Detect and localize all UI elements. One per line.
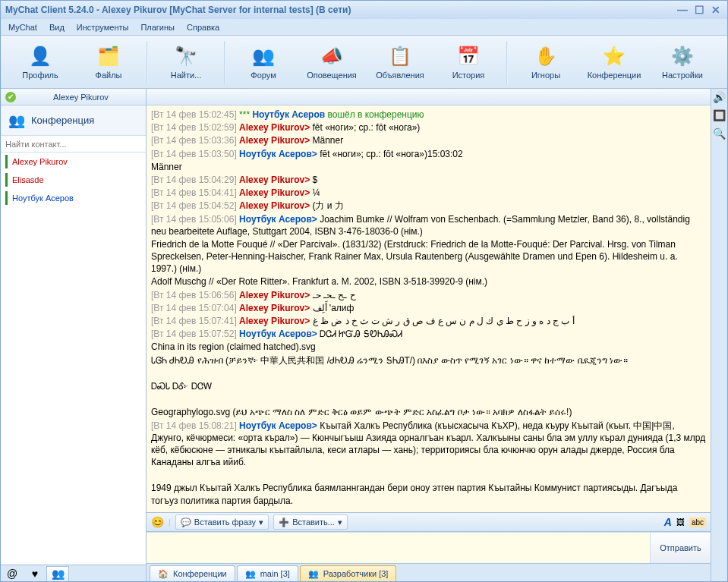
log-line: Adolf Muschg // «Der Rote Ritter». Frank… — [151, 275, 706, 288]
people-icon: 👥 — [245, 569, 256, 579]
log-line: [Вт 14 фев 15:07:52] Ноутбук Асеров> ᎠᏣᏗ… — [151, 328, 706, 340]
toolbar-find[interactable]: 🔭Найти... — [153, 39, 219, 86]
section-conference[interactable]: 👥 Конференция — [1, 105, 146, 136]
profile-icon: 👤 — [28, 44, 52, 68]
history-icon: 📅 — [456, 44, 481, 68]
menubar: MyChat Вид Инструменты Плагины Справка — [1, 19, 727, 36]
status-bar-icon — [5, 173, 8, 187]
contact-item[interactable]: Alexey Pikurov — [1, 153, 146, 171]
emoji-button[interactable]: 😊 — [151, 516, 164, 528]
font-button[interactable]: A — [664, 516, 672, 528]
log-line: [Вт 14 фев 15:03:36] Alexey Pikurov> Män… — [151, 134, 706, 146]
status-bar-icon — [5, 191, 8, 205]
log-line: Friedrich de la Motte Fouqué // «Der Par… — [151, 238, 706, 275]
toolbar-profile[interactable]: 👤Профиль — [7, 39, 74, 86]
contact-item[interactable]: Ноутбук Асеров — [1, 189, 146, 207]
search-icon[interactable]: 🔍 — [713, 127, 726, 140]
menu-item[interactable]: Плагины — [136, 21, 179, 33]
toolbar-settings[interactable]: ⚙️Настройки — [649, 39, 716, 86]
status-bar-icon — [5, 155, 8, 168]
ignore-icon: ✋ — [534, 44, 558, 68]
log-line: [Вт 14 фев 15:04:41] Alexey Pikurov> ¼ — [151, 187, 706, 199]
chat-tab[interactable]: 👥Разработчики [3] — [300, 565, 397, 581]
log-line — [151, 393, 706, 405]
log-line: [Вт 14 фев 15:07:04] Alexey Pikurov> أَل… — [151, 302, 706, 314]
tab-at[interactable]: @ — [1, 566, 24, 581]
log-line: [Вт 14 фев 15:08:21] Ноутбук Асеров> Къы… — [151, 420, 706, 469]
input-row: Отправить — [147, 532, 711, 563]
toolbar-divider — [147, 41, 148, 83]
log-line: [Вт 14 фев 15:02:45] *** Ноутбук Асеров … — [151, 109, 706, 121]
people-icon: 👥 — [8, 112, 25, 129]
log-header — [147, 89, 711, 105]
chat-tab[interactable]: 🏠Конференции — [150, 565, 235, 581]
log-line: Männer — [151, 161, 706, 173]
screen-icon[interactable]: 🔲 — [713, 109, 726, 122]
input-toolbar: 😊 | 💬 Вставить фразу ▾ ➕ Вставить... ▾ A… — [147, 512, 711, 532]
home-icon: 🏠 — [158, 569, 169, 579]
close-button[interactable]: ✕ — [709, 4, 723, 16]
toolbar-divider — [224, 41, 225, 83]
log-line: [Вт 14 фев 15:07:41] Alexey Pikurov> أ ب… — [151, 315, 706, 327]
toolbar-files[interactable]: 🗂️Файлы — [75, 39, 142, 86]
log-line: [Вт 14 фев 15:04:29] Alexey Pikurov> $ — [151, 174, 706, 186]
log-line: China in its region (claimed hatched).sv… — [151, 341, 706, 353]
status-indicator-icon[interactable]: ✔ — [5, 92, 16, 102]
toolbar-ignore[interactable]: ✋Игноры — [512, 39, 579, 86]
log-line: [Вт 14 фев 15:05:06] Ноутбук Асеров> Joa… — [151, 213, 706, 238]
menu-item[interactable]: Справка — [182, 21, 224, 33]
search-input[interactable] — [1, 137, 146, 152]
chat-tab[interactable]: 👥main [3] — [237, 565, 298, 581]
tab-people[interactable]: 👥 — [46, 566, 69, 581]
alerts-icon: 📣 — [320, 44, 344, 68]
files-icon: 🗂️ — [96, 44, 121, 68]
menu-item[interactable]: Вид — [45, 21, 69, 33]
log-line: 1949 джыл Къытай Халкъ Республика баямла… — [151, 482, 706, 506]
toolbar: 👤Профиль 🗂️Файлы 🔭Найти... 👥Форум 📣Опове… — [1, 36, 727, 89]
right-pane: [Вт 14 фев 15:02:45] *** Ноутбук Асеров … — [147, 89, 711, 581]
log-line: ᏓᎶᏂ ᏧᏂᎧᎯ የሕዝብ (ቻይንኛ፦ 中華人民共和国 /ᏧᏂᎧᎯ ሬንሚን … — [151, 354, 706, 367]
log-line — [151, 469, 706, 481]
contact-list: Alexey Pikurov Elisasde Ноутбук Асеров — [1, 153, 146, 565]
announce-icon: 📋 — [388, 44, 412, 68]
window-title: MyChat Client 5.24.0 - Alexey Pikurov [M… — [5, 5, 676, 15]
chat-tabs: 🏠Конференции 👥main [3] 👥Разработчики [3] — [147, 563, 711, 581]
search-row — [1, 136, 146, 153]
insert-button[interactable]: ➕ Вставить... ▾ — [273, 514, 348, 530]
toolbar-conferences[interactable]: ⭐Конференции — [581, 39, 648, 86]
log-line: [Вт 14 фев 15:04:52] Alexey Pikurov> (力 … — [151, 200, 706, 212]
menu-item[interactable]: MyChat — [4, 21, 42, 33]
log-line: [Вт 14 фев 15:02:59] Alexey Pikurov> fēt… — [151, 121, 706, 134]
find-icon: 🔭 — [174, 44, 198, 68]
settings-icon: ⚙️ — [670, 44, 695, 68]
titlebar: MyChat Client 5.24.0 - Alexey Pikurov [M… — [1, 1, 727, 19]
toolbar-forum[interactable]: 👥Форум — [230, 39, 297, 86]
user-header: ✔ Alexey Pikurov — [1, 89, 146, 105]
log-line: Geographylogo.svg (ይህ አጭር ማለስ ስለ ምድር ቅርፅ… — [151, 406, 706, 418]
toolbar-announce[interactable]: 📋Объявления — [367, 39, 433, 86]
people-icon: 👥 — [308, 569, 319, 579]
left-bottom-tabs: @ ♥ 👥 — [1, 565, 146, 581]
log-line — [151, 367, 706, 379]
toolbar-history[interactable]: 📅История — [435, 39, 502, 86]
log-line: [Вт 14 фев 15:03:50] Ноутбук Асеров> fēt… — [151, 148, 706, 160]
contact-item[interactable]: Elisasde — [1, 171, 146, 189]
toolbar-divider — [506, 41, 508, 83]
message-input[interactable] — [147, 533, 650, 563]
minimize-button[interactable]: — — [676, 4, 689, 16]
left-pane: ✔ Alexey Pikurov 👥 Конференция Alexey Pi… — [1, 89, 147, 581]
sound-icon[interactable]: 🔊 — [713, 90, 726, 104]
right-side-icons: 🔊 🔲 🔍 — [711, 89, 727, 581]
current-user: Alexey Pikurov — [20, 93, 141, 102]
spellcheck-button[interactable]: abc — [689, 518, 706, 527]
chat-log[interactable]: [Вт 14 фев 15:02:45] *** Ноутбук Асеров … — [147, 105, 711, 512]
forum-icon: 👥 — [251, 44, 276, 68]
log-line: [Вт 14 фев 15:06:56] Alexey Pikurov> ح ـ… — [151, 289, 706, 301]
menu-item[interactable]: Инструменты — [72, 21, 134, 33]
insert-phrase-button[interactable]: 💬 Вставить фразу ▾ — [175, 514, 269, 530]
tab-fav[interactable]: ♥ — [24, 566, 46, 581]
image-button[interactable]: 🖼 — [676, 518, 685, 527]
maximize-button[interactable]: ☐ — [692, 4, 706, 16]
toolbar-alerts[interactable]: 📣Оповещения — [298, 39, 365, 86]
send-button[interactable]: Отправить — [650, 533, 711, 563]
